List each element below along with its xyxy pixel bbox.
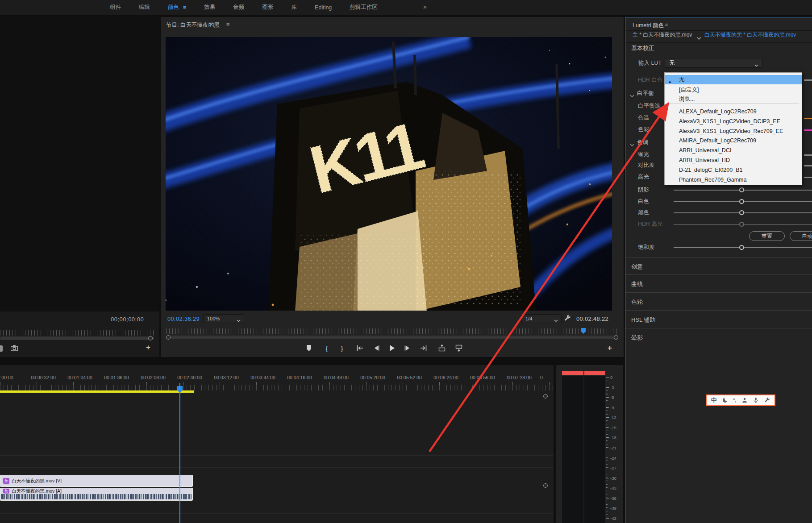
lumetri-row-label[interactable]: 曝光 [638, 151, 649, 158]
timeline-ruler[interactable]: :00:0000:00:32:0000:01:04:0000:01:36:000… [0, 375, 554, 381]
slider-knob[interactable] [739, 210, 744, 215]
clip-indicator-right[interactable] [584, 371, 605, 375]
lumetri-row-label[interactable]: 白平衡选 [638, 102, 660, 110]
program-scrollbar-right-handle[interactable] [614, 335, 618, 340]
moon-icon[interactable] [722, 397, 728, 403]
video-clip-v1[interactable]: fx 白天不懂夜的黑.mov [V] [0, 475, 193, 487]
section-basic-correction[interactable]: 基本校正 [631, 44, 654, 52]
lumetri-row-label[interactable]: 饱和度 [638, 244, 655, 251]
input-lut-dropdown[interactable]: 无 [665, 58, 762, 68]
workspace-tab-6[interactable]: 图形 [254, 4, 283, 11]
mark-in-button[interactable]: { [323, 344, 331, 352]
lut-option[interactable]: ALEXA_Default_LogC2Rec709 [665, 108, 802, 117]
workspace-tab-9[interactable]: 剪辑工作区 [341, 4, 387, 11]
lumetri-section-4[interactable]: HSL 辅助 [625, 311, 812, 328]
workspace-tab-2[interactable]: 编辑 [130, 4, 159, 11]
source-mini-ruler[interactable] [0, 330, 154, 336]
lumetri-row-label[interactable]: HDR 高光 [638, 220, 663, 228]
program-video-frame[interactable]: K11 [166, 37, 612, 311]
workspace-tab-7[interactable]: 库 [283, 4, 306, 11]
lumetri-row-label[interactable]: 白色 [638, 198, 649, 205]
reset-button[interactable]: 重置 [749, 231, 785, 241]
lumetri-row-label[interactable]: 高光 [638, 173, 649, 181]
lumetri-row-label[interactable]: 色温 [638, 114, 649, 122]
program-mini-ruler[interactable] [166, 328, 618, 334]
auto-button[interactable]: 自动 [790, 231, 812, 241]
source-viewer[interactable] [0, 17, 159, 311]
timeline-playhead-line[interactable] [179, 383, 180, 523]
audio-clip-a1[interactable]: fx 白天不懂夜的黑.mov [A] [0, 488, 193, 501]
lumetri-row-label[interactable]: 对比度 [638, 162, 655, 169]
source-scrollbar[interactable] [0, 336, 154, 340]
lut-option[interactable]: ARRI_Universal_HD [665, 156, 802, 166]
microphone-icon[interactable] [753, 397, 759, 403]
clip-indicator-left[interactable] [562, 371, 583, 375]
timeline-scrollbar-handle[interactable] [543, 394, 548, 398]
go-to-in-button[interactable] [356, 344, 364, 352]
lut-option[interactable]: 浏览... [665, 95, 802, 104]
step-forward-button[interactable] [403, 344, 411, 352]
program-scrollbar[interactable] [166, 336, 618, 339]
lumetri-target-clip[interactable]: 白天不懂夜的黑 * 白天不懂夜的黑.mov [704, 31, 796, 39]
lut-option[interactable]: AlexaV3_K1S1_LogC2Video_DCIP3_EE [665, 117, 802, 127]
panel-menu-icon[interactable]: ≡ [226, 21, 230, 28]
lut-option[interactable]: 无● [665, 75, 802, 84]
workspace-tab-4[interactable]: 效果 [196, 4, 225, 11]
export-frame-camera-icon[interactable] [11, 345, 18, 353]
add-marker-button[interactable] [305, 344, 313, 352]
program-playhead-marker[interactable] [581, 328, 586, 333]
chevron-down-icon[interactable] [697, 34, 701, 42]
workspace-tab-3[interactable]: 颜色≡ [159, 4, 196, 11]
panel-menu-icon[interactable]: ≡ [665, 21, 668, 28]
program-current-timecode[interactable]: 00:02:36:29 [167, 315, 200, 322]
source-scrollbar-handle[interactable] [148, 336, 153, 340]
chevron-expanded-icon[interactable] [630, 91, 634, 100]
lut-option[interactable]: D-21_delogC_EI0200_B1 [665, 166, 802, 175]
zoom-level-dropdown[interactable]: 100% [203, 314, 244, 323]
lumetri-section-3[interactable]: 色轮 [625, 293, 812, 311]
slider-knob[interactable] [739, 199, 744, 204]
playback-resolution-dropdown[interactable]: 1/4 [521, 314, 562, 323]
chevron-expanded-icon[interactable] [630, 141, 634, 149]
person-icon[interactable] [741, 397, 748, 403]
source-button-editor-plus[interactable]: + [146, 343, 150, 352]
ime-toolbar[interactable]: 中 °, [706, 394, 775, 406]
lut-option[interactable]: [自定义] [665, 85, 802, 95]
workspace-overflow-button[interactable]: » [423, 3, 427, 10]
lut-option[interactable]: AMIRA_Default_LogC2Rec709 [665, 137, 802, 146]
timeline-scrollbar-handle[interactable] [543, 483, 548, 488]
lut-option[interactable]: AlexaV3_K1S1_LogC2Video_Rec709_EE [665, 127, 802, 137]
lumetri-row-label[interactable]: 色调 [637, 139, 648, 146]
workspace-tab-menu-icon[interactable]: ≡ [183, 4, 187, 11]
lumetri-section-2[interactable]: 曲线 [625, 275, 812, 293]
lumetri-row-label[interactable]: 白平衡 [637, 90, 654, 97]
timeline-playhead-head[interactable] [177, 386, 183, 395]
go-to-out-button[interactable] [420, 344, 428, 352]
lumetri-row-label[interactable]: 黑色 [638, 209, 649, 216]
lumetri-row-label[interactable]: HDR 白色 [638, 76, 663, 84]
ime-chinese-mode-icon[interactable]: 中 [711, 396, 717, 404]
play-button[interactable] [388, 344, 396, 352]
mark-out-button[interactable]: } [338, 344, 346, 352]
lut-option[interactable]: Phantom_Rec709_Gamma [665, 176, 802, 185]
program-scrollbar-left-handle[interactable] [166, 335, 171, 340]
workspace-tab-1[interactable]: 组件 [101, 4, 130, 11]
lut-option[interactable]: ARRI_Universal_DCI [665, 146, 802, 156]
settings-wrench-icon[interactable] [563, 315, 571, 324]
extract-button[interactable] [455, 344, 463, 352]
lumetri-section-5[interactable]: 晕影 [625, 328, 812, 346]
workspace-tab-5[interactable]: 音频 [225, 4, 254, 11]
slider-knob[interactable] [739, 245, 744, 250]
workspace-tab-8[interactable]: Editing [306, 4, 341, 11]
lift-button[interactable] [438, 344, 446, 352]
wrench-icon[interactable] [764, 397, 770, 403]
program-button-editor-plus[interactable]: + [606, 344, 614, 352]
ime-punctuation-icon[interactable]: °, [733, 398, 736, 403]
lumetri-master-clip[interactable]: 主 * 白天不懂夜的黑.mov [633, 31, 692, 39]
lumetri-row-label[interactable]: 色彩 [638, 126, 649, 133]
lumetri-row-label[interactable]: 阴影 [638, 186, 649, 194]
slider-knob[interactable] [739, 222, 744, 227]
slider-knob[interactable] [739, 187, 744, 192]
step-back-button[interactable] [373, 344, 381, 352]
lumetri-section-1[interactable]: 创意 [625, 257, 812, 275]
